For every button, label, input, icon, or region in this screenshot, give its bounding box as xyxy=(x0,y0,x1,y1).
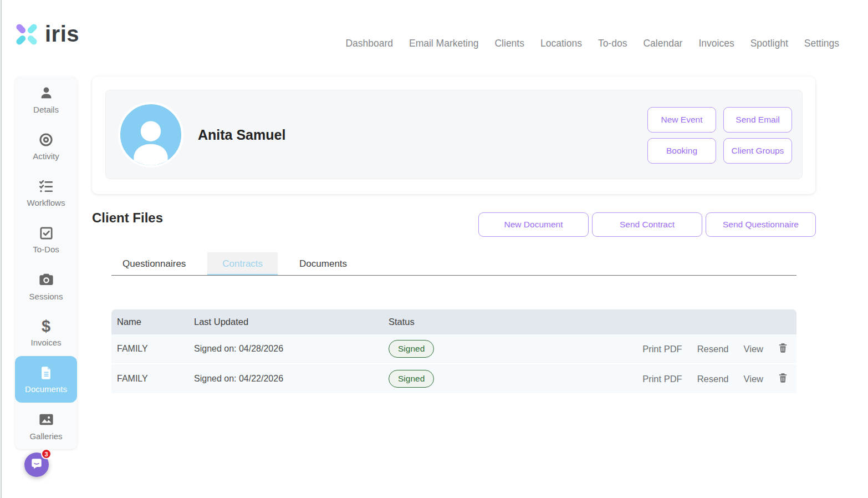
send-email-button[interactable]: Send Email xyxy=(723,107,792,133)
target-icon xyxy=(38,132,54,148)
sidebar-item-label: Documents xyxy=(25,384,67,394)
tab-questionnaires[interactable]: Questionnaires xyxy=(111,252,197,275)
nav-item-invoices[interactable]: Invoices xyxy=(698,38,734,49)
booking-button[interactable]: Booking xyxy=(647,138,716,164)
nav-item-locations[interactable]: Locations xyxy=(540,38,582,49)
client-files-title: Client Files xyxy=(92,210,163,226)
status-badge: Signed xyxy=(389,370,434,388)
nav-item-to-dos[interactable]: To-dos xyxy=(598,38,627,49)
sidebar-item-label: Invoices xyxy=(30,338,61,347)
resend-link[interactable]: Resend xyxy=(697,344,729,354)
client-action-buttons: New EventSend EmailBookingClient Groups xyxy=(647,107,792,164)
nav-item-spotlight[interactable]: Spotlight xyxy=(750,38,788,49)
last-updated: Signed on: 04/28/2026 xyxy=(194,344,389,354)
sidebar-item-activity[interactable]: Activity xyxy=(15,123,77,170)
nav-item-calendar[interactable]: Calendar xyxy=(643,38,682,49)
client-name: Anita Samuel xyxy=(198,127,285,143)
file-tabs: QuestionnairesContractsDocuments xyxy=(111,252,796,276)
table-header-row: NameLast UpdatedStatus xyxy=(111,309,796,334)
sidebar-item-label: Workflows xyxy=(27,198,65,207)
client-card: Anita Samuel New EventSend EmailBookingC… xyxy=(92,77,815,194)
chat-launcher-button[interactable]: 3 xyxy=(24,453,49,477)
table-row: FAMILYSigned on: 04/22/2026SignedPrint P… xyxy=(111,364,796,394)
column-header-last-updated: Last Updated xyxy=(194,317,389,327)
contracts-table: NameLast UpdatedStatus FAMILYSigned on: … xyxy=(111,309,796,394)
brand-name: iris xyxy=(45,23,79,47)
send-contract-button[interactable]: Send Contract xyxy=(592,212,702,237)
new-document-button[interactable]: New Document xyxy=(478,212,589,237)
page: iris DashboardEmail MarketingClientsLoca… xyxy=(0,0,868,498)
sidebar-item-galleries[interactable]: Galleries xyxy=(15,403,77,449)
sidebar-item-label: Details xyxy=(33,105,59,114)
table-row: FAMILYSigned on: 04/28/2026SignedPrint P… xyxy=(111,334,796,364)
view-link[interactable]: View xyxy=(744,374,763,384)
contract-name: FAMILY xyxy=(117,344,194,354)
window-edge xyxy=(1,0,2,498)
client-card-inner: Anita Samuel New EventSend EmailBookingC… xyxy=(105,90,803,179)
delete-contract-button[interactable] xyxy=(778,373,788,385)
tab-documents[interactable]: Documents xyxy=(288,252,358,275)
status-badge: Signed xyxy=(389,340,434,358)
last-updated: Signed on: 04/22/2026 xyxy=(194,374,389,384)
user-icon xyxy=(39,86,54,101)
dollar-icon: $ xyxy=(42,318,50,334)
contract-name: FAMILY xyxy=(117,374,194,384)
sidebar-item-to-dos[interactable]: To-Dos xyxy=(15,216,77,263)
nav-item-dashboard[interactable]: Dashboard xyxy=(345,38,393,49)
client-groups-button[interactable]: Client Groups xyxy=(723,138,792,164)
print-pdf-link[interactable]: Print PDF xyxy=(642,374,682,384)
sidebar-item-workflows[interactable]: Workflows xyxy=(15,170,77,216)
tab-contracts[interactable]: Contracts xyxy=(207,252,278,275)
delete-contract-button[interactable] xyxy=(778,343,788,355)
file-action-buttons: New DocumentSend ContractSend Questionna… xyxy=(478,212,816,237)
iris-logo[interactable]: iris xyxy=(14,21,79,49)
checklist-icon xyxy=(38,179,54,194)
gallery-icon xyxy=(38,411,54,428)
chat-unread-badge: 3 xyxy=(41,449,52,459)
sidebar-item-label: Galleries xyxy=(29,431,62,441)
nav-item-settings[interactable]: Settings xyxy=(804,38,839,49)
sidebar-item-label: To-Dos xyxy=(33,245,59,254)
top-navigation: DashboardEmail MarketingClientsLocations… xyxy=(345,38,839,49)
document-icon xyxy=(39,365,54,380)
nav-item-email-marketing[interactable]: Email Marketing xyxy=(409,38,478,49)
client-sidebar: DetailsActivityWorkflowsTo-DosSessions$I… xyxy=(15,77,77,449)
nav-item-clients[interactable]: Clients xyxy=(494,38,524,49)
checkbox-icon xyxy=(39,226,54,241)
sidebar-item-sessions[interactable]: Sessions xyxy=(15,263,77,309)
new-event-button[interactable]: New Event xyxy=(647,107,716,133)
view-link[interactable]: View xyxy=(744,344,763,354)
avatar xyxy=(118,102,183,167)
trash-icon xyxy=(778,343,788,355)
chat-bubble-icon xyxy=(30,458,43,472)
sidebar-item-label: Sessions xyxy=(29,292,63,301)
iris-pinwheel-icon xyxy=(14,21,39,49)
trash-icon xyxy=(778,373,788,385)
sidebar-item-invoices[interactable]: $Invoices xyxy=(15,309,77,356)
sidebar-item-documents[interactable]: Documents xyxy=(15,356,77,403)
sidebar-item-details[interactable]: Details xyxy=(15,77,77,123)
camera-icon xyxy=(38,272,54,288)
print-pdf-link[interactable]: Print PDF xyxy=(642,344,682,354)
column-header-status: Status xyxy=(389,317,533,327)
column-header-name: Name xyxy=(117,317,194,327)
sidebar-item-label: Activity xyxy=(33,151,59,161)
resend-link[interactable]: Resend xyxy=(697,374,729,384)
send-questionnaire-button[interactable]: Send Questionnaire xyxy=(706,212,816,237)
